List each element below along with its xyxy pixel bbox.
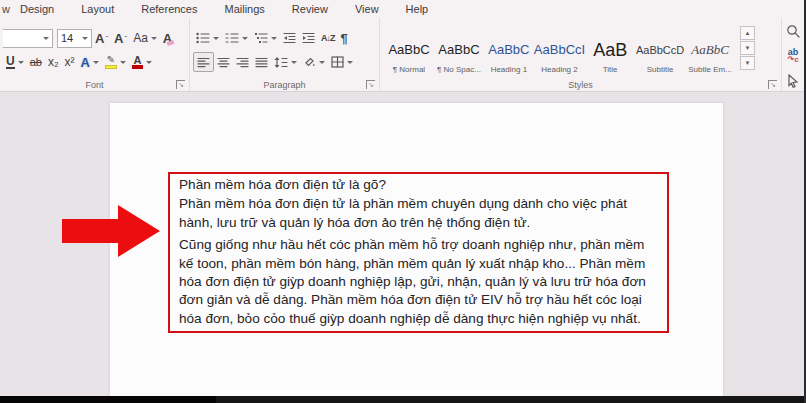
chevron-down-icon <box>93 61 99 64</box>
editing-group: ab↷c <box>782 18 806 91</box>
font-size-value: 14 <box>61 32 73 44</box>
document-canvas: Phần mềm hóa đơn điện tử là gõ? Phần mềm… <box>0 92 806 396</box>
chevron-down-icon <box>291 61 297 64</box>
styles-gallery-more-icon[interactable]: ▼ <box>740 56 755 70</box>
clear-formatting-button[interactable]: A <box>160 28 175 48</box>
style-heading-1[interactable]: AaBbC Heading 1 <box>484 35 534 76</box>
change-case-button[interactable]: Aa <box>130 28 160 48</box>
doc-paragraph-detail[interactable]: Cũng giống như hầu hết cóc phần mềm hỗ t… <box>179 236 659 328</box>
superscript-button[interactable]: x² <box>62 52 78 72</box>
align-left-button[interactable] <box>193 52 214 72</box>
decrease-indent-button[interactable] <box>280 28 299 48</box>
line-spacing-button[interactable] <box>271 52 300 72</box>
style-subtle-emphasis[interactable]: AaBbC Subtle Em... <box>685 35 735 76</box>
tab-references[interactable]: References <box>141 3 197 15</box>
chevron-down-icon <box>213 37 219 40</box>
tab-mailings[interactable]: Mailings <box>225 3 265 15</box>
increase-indent-button[interactable] <box>299 28 318 48</box>
grow-font-icon: ˆ <box>105 34 108 43</box>
doc-paragraph-question[interactable]: Phần mềm hóa đơn điện tử là gõ? <box>179 176 659 194</box>
replace-icon: ab↷c <box>787 48 798 64</box>
styles-dialog-launcher[interactable]: ↘ <box>768 80 777 89</box>
subscript-button[interactable]: x₂ <box>45 52 62 72</box>
grow-font-button[interactable]: Aˆ <box>92 28 111 48</box>
chevron-down-icon <box>43 37 49 40</box>
borders-button[interactable] <box>328 52 356 72</box>
styles-gallery: AaBbC ¶ Normal AaBbC ¶ No Spac... AaBbC … <box>384 24 735 76</box>
styles-group-label: Styles <box>380 80 781 90</box>
show-paragraph-marks-button[interactable]: ¶ <box>338 28 351 48</box>
style-subtitle[interactable]: AaBbCcD Subtitle <box>635 35 685 76</box>
numbered-list-button[interactable] <box>222 28 251 48</box>
highlighted-text-box[interactable]: Phần mềm hóa đơn điện tử là gõ? Phần mềm… <box>168 172 669 333</box>
tab-layout[interactable]: Layout <box>81 3 114 15</box>
tab-design[interactable]: Design <box>20 3 54 15</box>
red-arrow-annotation <box>62 204 162 260</box>
styles-gallery-scrollbar: ▲ ▼ ▼ <box>740 26 755 71</box>
style-normal[interactable]: AaBbC ¶ Normal <box>384 35 434 76</box>
shading-button[interactable] <box>300 52 328 72</box>
ribbon: 14 Aˆ Aˇ Aa A U ab x₂ x² A ✎ A <box>0 18 806 92</box>
paragraph-group-label: Paragraph <box>190 80 379 90</box>
multilevel-list-button[interactable] <box>251 28 280 48</box>
chevron-down-icon <box>146 61 152 64</box>
taskbar-strip <box>0 396 806 403</box>
chevron-down-icon <box>151 37 157 40</box>
font-group: 14 Aˆ Aˇ Aa A U ab x₂ x² A ✎ A <box>0 18 190 91</box>
doc-paragraph-definition[interactable]: Phần mềm hóa đơn điện tử là phần mềm chu… <box>179 195 659 232</box>
shrink-font-button[interactable]: Aˇ <box>111 28 130 48</box>
tab-view[interactable]: View <box>355 3 379 15</box>
tab-draw-partial[interactable]: w <box>2 3 10 15</box>
bullet-list-button[interactable] <box>193 28 222 48</box>
strikethrough-button[interactable]: ab <box>27 52 45 72</box>
find-button[interactable] <box>784 22 802 40</box>
replace-button[interactable]: ab↷c <box>784 47 802 65</box>
chevron-down-icon <box>120 61 126 64</box>
shrink-font-icon: ˇ <box>124 34 127 43</box>
align-center-button[interactable] <box>214 52 233 72</box>
style-heading-2[interactable]: AaBbCcI Heading 2 <box>534 35 585 76</box>
font-group-label: Font <box>0 80 189 90</box>
styles-scroll-down-icon[interactable]: ▼ <box>740 41 755 55</box>
style-no-spacing[interactable]: AaBbC ¶ No Spac... <box>434 35 484 76</box>
font-dialog-launcher[interactable]: ↘ <box>176 80 185 89</box>
font-size-combo[interactable]: 14 <box>57 29 92 48</box>
cursor-arrow-icon <box>787 74 799 88</box>
chevron-down-icon <box>18 61 24 64</box>
ribbon-tab-bar: w Design Layout References Mailings Revi… <box>0 0 806 18</box>
text-effects-button[interactable]: A <box>78 52 102 72</box>
sort-button[interactable]: A↓Z <box>318 28 338 48</box>
font-color-button[interactable]: A <box>129 52 155 72</box>
chevron-down-icon <box>242 37 248 40</box>
styles-group: AaBbC ¶ Normal AaBbC ¶ No Spac... AaBbC … <box>380 18 782 91</box>
select-button[interactable] <box>784 72 802 90</box>
font-color-icon: A <box>132 55 143 69</box>
highlighter-icon: ✎ <box>105 55 117 69</box>
style-title[interactable]: AaB Title <box>585 35 635 76</box>
text-effects-icon: A <box>81 55 90 70</box>
font-name-combo[interactable] <box>3 29 53 48</box>
tab-review[interactable]: Review <box>292 3 328 15</box>
tab-help[interactable]: Help <box>406 3 429 15</box>
chevron-down-icon <box>319 61 325 64</box>
underline-button[interactable]: U <box>3 52 27 72</box>
chevron-down-icon <box>347 61 353 64</box>
paragraph-dialog-launcher[interactable]: ↘ <box>366 80 375 89</box>
align-right-button[interactable] <box>233 52 252 72</box>
highlight-color-button[interactable]: ✎ <box>102 52 129 72</box>
paragraph-group: A↓Z ¶ <box>190 18 380 91</box>
chevron-down-icon <box>82 37 88 40</box>
chevron-down-icon <box>271 37 277 40</box>
word-window: w Design Layout References Mailings Revi… <box>0 0 806 403</box>
styles-scroll-up-icon[interactable]: ▲ <box>740 26 755 40</box>
justify-button[interactable] <box>252 52 271 72</box>
search-icon <box>786 24 800 38</box>
